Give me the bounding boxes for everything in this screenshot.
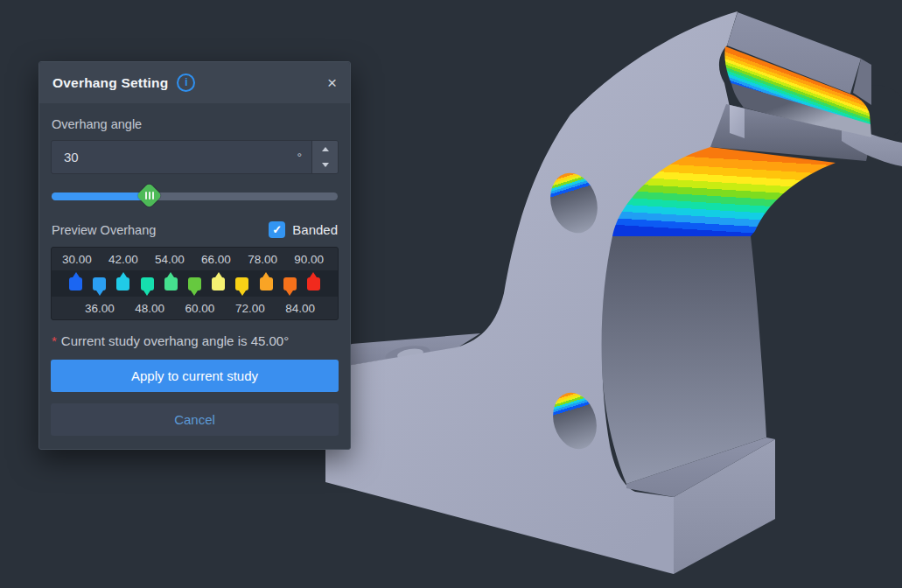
scale-marker	[188, 277, 201, 290]
overhang-angle-field: °	[51, 140, 339, 174]
close-icon[interactable]: ×	[327, 74, 337, 91]
required-asterisk: *	[52, 333, 57, 348]
arrow-down-icon	[239, 290, 246, 296]
dialog-header: Overhang Setting i ×	[39, 62, 350, 103]
slider-fill	[52, 192, 149, 200]
spin-up-button[interactable]	[312, 141, 338, 158]
arrow-up-icon	[215, 272, 222, 277]
spinner	[311, 141, 338, 173]
apply-button[interactable]: Apply to current study	[51, 360, 339, 392]
arrow-down-icon	[96, 290, 103, 296]
scale-marker	[235, 277, 248, 290]
overhang-angle-slider[interactable]	[52, 186, 338, 206]
arrow-up-icon	[310, 272, 317, 277]
banded-label: Banded	[292, 222, 338, 237]
scale-marker	[141, 277, 154, 290]
preview-overhang-label: Preview Overhang	[52, 223, 269, 237]
scale-marker	[212, 277, 225, 290]
scale-value: 84.00	[285, 302, 315, 315]
scale-marker	[260, 277, 273, 290]
scale-marker	[116, 277, 129, 290]
chevron-up-icon	[322, 147, 329, 151]
scale-top-values: 30.0042.0054.0066.0078.0090.00	[52, 248, 338, 270]
scale-value: 30.00	[62, 253, 92, 266]
arrow-down-icon	[143, 290, 150, 296]
chevron-down-icon	[322, 163, 329, 167]
scale-value: 66.00	[201, 253, 231, 266]
banded-checkbox[interactable]: ✓	[269, 221, 285, 238]
current-study-note: *Current study overhang angle is 45.00°	[52, 333, 338, 348]
arrow-down-icon	[286, 290, 293, 296]
arrow-up-icon	[167, 272, 174, 277]
scale-marker	[69, 277, 82, 290]
spin-down-button[interactable]	[312, 158, 338, 174]
note-text: Current study overhang angle is 45.00°	[61, 333, 289, 348]
overhang-setting-dialog: Overhang Setting i × Overhang angle °	[38, 61, 351, 450]
info-icon[interactable]: i	[177, 74, 195, 92]
preview-row: Preview Overhang ✓ Banded	[52, 221, 338, 238]
scale-bottom-values: 36.0048.0060.0072.0084.00	[52, 297, 338, 319]
scale-value: 42.00	[108, 253, 138, 266]
scale-value: 36.00	[85, 302, 115, 315]
dialog-body: Overhang angle ° Preview Overhang ✓	[39, 103, 350, 449]
scale-value: 90.00	[294, 253, 324, 266]
slider-thumb[interactable]	[136, 183, 163, 209]
scale-value: 78.00	[248, 253, 277, 266]
overhang-angle-input[interactable]	[52, 141, 297, 173]
scale-value: 48.00	[135, 302, 164, 315]
arrow-down-icon	[191, 290, 198, 296]
degree-unit: °	[297, 141, 311, 173]
scale-value: 54.00	[155, 253, 185, 266]
cancel-button[interactable]: Cancel	[51, 403, 339, 436]
arrow-up-icon	[262, 272, 269, 277]
block-lower-left-face	[730, 105, 745, 138]
scale-marker	[164, 277, 178, 290]
scale-marker	[307, 277, 320, 290]
scale-value: 60.00	[185, 302, 215, 315]
arrow-up-icon	[120, 272, 127, 277]
scale-value: 72.00	[235, 302, 265, 315]
overhang-color-scale: 30.0042.0054.0066.0078.0090.00 36.0048.0…	[51, 247, 339, 320]
scale-markers	[52, 270, 338, 297]
scale-marker	[93, 277, 106, 290]
slider-grip-icon	[140, 186, 158, 205]
overhang-angle-label: Overhang angle	[52, 117, 338, 131]
arrow-up-icon	[73, 272, 80, 277]
dialog-title: Overhang Setting	[52, 75, 168, 91]
scale-marker	[283, 277, 297, 290]
app-window: Overhang Setting i × Overhang angle °	[0, 0, 902, 588]
